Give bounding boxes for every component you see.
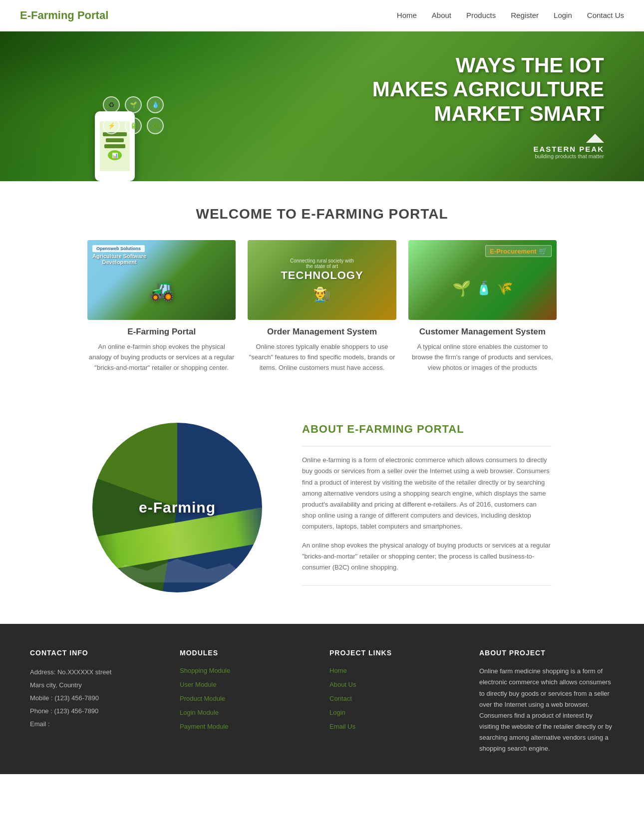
footer-contact-heading: CONTACT INFO — [30, 649, 165, 657]
nav-contact[interactable]: Contact Us — [587, 11, 624, 19]
card-order: Connecting rural society with the state … — [248, 240, 396, 373]
card-customer: E-Procurement 🛒 🌱 🧴 🌾 Customer Managemen… — [408, 240, 557, 373]
hero-left-content: 📊 ♻ 🌱 💧 ⚡ 🔋 🌿 — [45, 46, 185, 181]
hero-text: WAYS THE IOT MAKES AGRICULTURE MARKET SM… — [372, 53, 604, 159]
footer-module-payment[interactable]: Payment Module — [180, 723, 229, 730]
about-para2: An online shop evokes the physical analo… — [302, 540, 552, 573]
about-para1: Online e-farming is a form of electronic… — [302, 455, 552, 532]
about-logo-text: e-Farming — [139, 499, 216, 516]
about-logo-circle: e-Farming — [92, 423, 262, 592]
footer-link-login[interactable]: Login — [329, 709, 345, 716]
card-farming-desc: An online e-farmin shop evokes the physi… — [87, 342, 236, 373]
footer-address1: Address: No.XXXXXX street — [30, 666, 165, 679]
footer-modules-list: Shopping Module User Module Product Modu… — [180, 666, 315, 731]
footer-about-heading: ABOUT PROJECT — [479, 649, 614, 657]
about-logo-side: e-Farming — [92, 423, 282, 592]
nav-links: Home About Products Register Login Conta… — [397, 11, 624, 20]
footer-modules-heading: MODULES — [180, 649, 315, 657]
hero-brand-name: EASTERN PEAK — [533, 145, 604, 153]
nav-logo[interactable]: E-Farming Portal — [20, 9, 108, 22]
nav-products[interactable]: Products — [466, 11, 496, 19]
hero-brand-block: EASTERN PEAK building products that matt… — [372, 134, 604, 159]
welcome-title: WELCOME TO E-FARMING PORTAL — [20, 206, 624, 222]
footer-phone: Phone : (123) 456-7890 — [30, 705, 165, 718]
card-order-image: Connecting rural society with the state … — [248, 240, 396, 320]
hero-title: WAYS THE IOT MAKES AGRICULTURE MARKET SM… — [372, 53, 604, 126]
nav-register[interactable]: Register — [511, 11, 539, 19]
footer-about-text: Online farm medicine shopping is a form … — [479, 666, 614, 754]
footer-email: Email : — [30, 718, 165, 731]
about-section: e-Farming ABOUT E-FARMING PORTAL Online … — [72, 393, 572, 624]
card-customer-image: E-Procurement 🛒 🌱 🧴 🌾 — [408, 240, 557, 320]
nav-login[interactable]: Login — [554, 11, 572, 19]
hero-banner: 📊 ♻ 🌱 💧 ⚡ 🔋 🌿 WAYS THE IOT MAKES AGRICUL… — [0, 31, 644, 181]
footer-modules: MODULES Shopping Module User Module Prod… — [180, 649, 315, 754]
footer-link-about[interactable]: About Us — [329, 681, 356, 688]
nav-about[interactable]: About — [432, 11, 451, 19]
cards-row: Opensweb Solutions Agriculture SoftwareD… — [87, 240, 557, 373]
footer-module-user[interactable]: User Module — [180, 681, 217, 688]
footer-link-home[interactable]: Home — [329, 667, 347, 674]
card-customer-desc: A typical online store enables the custo… — [408, 342, 557, 373]
card-customer-title: Customer Management System — [408, 327, 557, 337]
card-farming: Opensweb Solutions Agriculture SoftwareD… — [87, 240, 236, 373]
footer-project-list: Home About Us Contact Login Email Us — [329, 666, 464, 731]
about-divider — [302, 446, 552, 447]
footer-project-links: PROJECT LINKS Home About Us Contact Logi… — [329, 649, 464, 754]
footer-project-heading: PROJECT LINKS — [329, 649, 464, 657]
card-order-desc: Online stores typically enable shoppers … — [248, 342, 396, 373]
footer-address2: Mars city, Country — [30, 679, 165, 692]
footer-about-project: ABOUT PROJECT Online farm medicine shopp… — [479, 649, 614, 754]
footer-link-email[interactable]: Email Us — [329, 723, 355, 730]
card-farming-image: Opensweb Solutions Agriculture SoftwareD… — [87, 240, 236, 320]
footer-module-shopping[interactable]: Shopping Module — [180, 667, 230, 674]
about-divider-bottom — [302, 585, 552, 586]
footer-contact: CONTACT INFO Address: No.XXXXXX street M… — [30, 649, 165, 754]
card-order-title: Order Management System — [248, 327, 396, 337]
navbar: E-Farming Portal Home About Products Reg… — [0, 0, 644, 31]
footer-mobile: Mobile : (123) 456-7890 — [30, 692, 165, 705]
footer-link-contact[interactable]: Contact — [329, 695, 352, 702]
footer-module-product[interactable]: Product Module — [180, 695, 225, 702]
about-content: ABOUT E-FARMING PORTAL Online e-farming … — [302, 423, 552, 594]
card-farming-title: E-Farming Portal — [87, 327, 236, 337]
about-heading: ABOUT E-FARMING PORTAL — [302, 423, 552, 436]
welcome-section: WELCOME TO E-FARMING PORTAL Opensweb Sol… — [0, 181, 644, 393]
hero-brand-sub: building products that matter — [535, 153, 604, 159]
footer-module-login[interactable]: Login Module — [180, 709, 219, 716]
nav-home[interactable]: Home — [397, 11, 417, 19]
footer: CONTACT INFO Address: No.XXXXXX street M… — [0, 624, 644, 774]
